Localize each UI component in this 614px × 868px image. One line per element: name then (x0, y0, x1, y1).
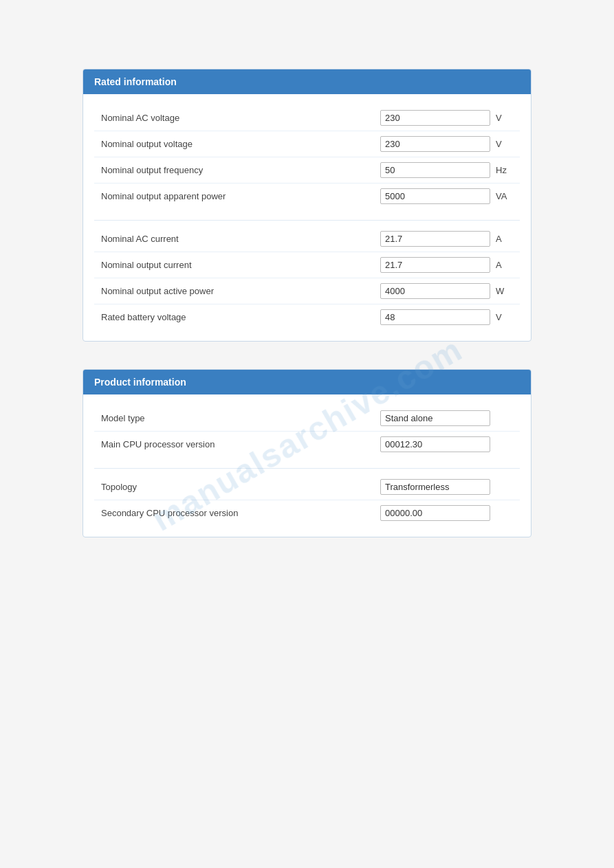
secondary-cpu-version-input[interactable] (380, 505, 490, 521)
unit-label: W (496, 286, 513, 296)
nominal-output-frequency-input[interactable] (380, 162, 490, 178)
nominal-output-apparent-power-input[interactable] (380, 188, 490, 204)
row-label: Nominal output frequency (101, 165, 380, 175)
model-type-input[interactable] (380, 410, 490, 426)
row-label: Model type (101, 413, 380, 423)
row-label: Nominal output voltage (101, 139, 380, 149)
table-row: Nominal output voltage V (94, 131, 520, 157)
product-information-card: Product information Model type Main CPU … (83, 369, 531, 537)
table-row: Main CPU processor version (94, 432, 520, 457)
nominal-output-active-power-input[interactable] (380, 283, 490, 299)
nominal-output-voltage-input[interactable] (380, 136, 490, 152)
rated-group-1: Nominal AC voltage V Nominal output volt… (94, 105, 520, 209)
row-value-wrapper (380, 479, 513, 495)
rated-information-header: Rated information (83, 69, 531, 94)
row-label: Nominal output apparent power (101, 191, 380, 201)
row-value-wrapper: V (380, 309, 513, 325)
nominal-ac-voltage-input[interactable] (380, 110, 490, 126)
table-row: Model type (94, 405, 520, 432)
row-value-wrapper: V (380, 110, 513, 126)
row-value-wrapper: Hz (380, 162, 513, 178)
row-value-wrapper: V (380, 136, 513, 152)
product-group-1: Model type Main CPU processor version (94, 405, 520, 457)
row-value-wrapper (380, 436, 513, 452)
nominal-ac-current-input[interactable] (380, 231, 490, 247)
row-label: Nominal output current (101, 260, 380, 270)
row-label: Main CPU processor version (101, 439, 380, 449)
row-value-wrapper (380, 410, 513, 426)
product-information-header: Product information (83, 370, 531, 394)
row-value-wrapper: A (380, 231, 513, 247)
table-row: Nominal AC current A (94, 226, 520, 252)
unit-label: V (496, 113, 513, 123)
unit-label: A (496, 260, 513, 270)
row-value-wrapper: A (380, 257, 513, 273)
row-label: Secondary CPU processor version (101, 508, 380, 518)
product-information-body: Model type Main CPU processor version (83, 394, 531, 537)
row-label: Rated battery voltage (101, 312, 380, 322)
row-label: Nominal AC current (101, 234, 380, 244)
table-row: Nominal AC voltage V (94, 105, 520, 131)
unit-label: VA (496, 191, 513, 201)
unit-label: V (496, 312, 513, 322)
rated-battery-voltage-input[interactable] (380, 309, 490, 325)
nominal-output-current-input[interactable] (380, 257, 490, 273)
rated-group-2: Nominal AC current A Nominal output curr… (94, 226, 520, 330)
table-row: Topology (94, 474, 520, 500)
table-row: Nominal output frequency Hz (94, 157, 520, 183)
table-row: Rated battery voltage V (94, 304, 520, 330)
section-divider (94, 468, 520, 469)
row-value-wrapper (380, 505, 513, 521)
row-value-wrapper: VA (380, 188, 513, 204)
table-row: Nominal output active power W (94, 278, 520, 304)
unit-label: V (496, 139, 513, 149)
rated-information-body: Nominal AC voltage V Nominal output volt… (83, 94, 531, 341)
table-row: Nominal output apparent power VA (94, 183, 520, 209)
unit-label: A (496, 234, 513, 244)
unit-label: Hz (496, 165, 513, 175)
product-group-2: Topology Secondary CPU processor version (94, 474, 520, 526)
section-divider (94, 220, 520, 221)
table-row: Nominal output current A (94, 252, 520, 278)
rated-information-card: Rated information Nominal AC voltage V N… (83, 69, 531, 342)
row-label: Nominal AC voltage (101, 113, 380, 123)
table-row: Secondary CPU processor version (94, 500, 520, 526)
main-cpu-version-input[interactable] (380, 436, 490, 452)
row-label: Nominal output active power (101, 286, 380, 296)
row-value-wrapper: W (380, 283, 513, 299)
row-label: Topology (101, 482, 380, 492)
topology-input[interactable] (380, 479, 490, 495)
